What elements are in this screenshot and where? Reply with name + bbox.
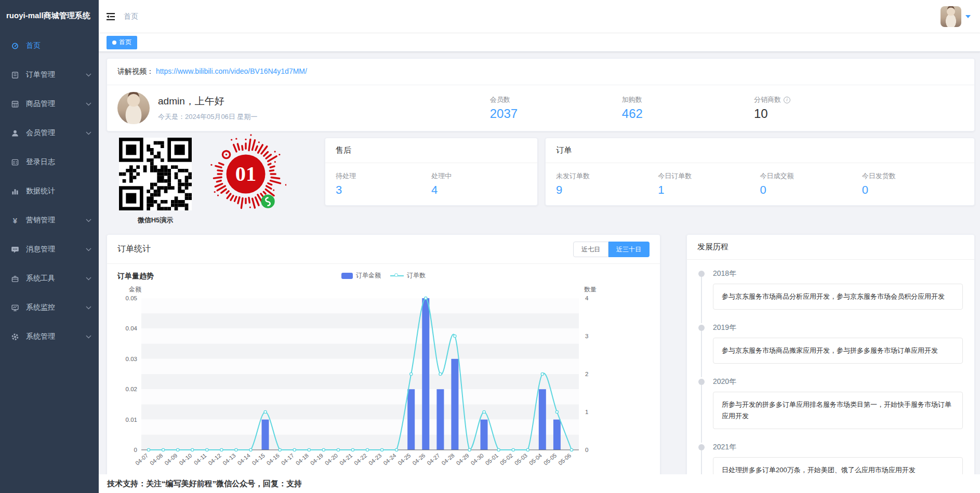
svg-text:01: 01 — [235, 162, 257, 185]
svg-text:05-02: 05-02 — [499, 452, 514, 466]
metric-value: 0 — [760, 183, 862, 197]
timeline-item-2018年: 2018年参与京东服务市场商品分析应用开发，参与京东服务市场会员积分应用开发 — [698, 269, 963, 310]
system-icon — [10, 332, 20, 341]
range-button-group: 近七日近三十日 — [573, 242, 650, 257]
metric-label: 今日成交额 — [760, 171, 862, 181]
sidebar-item-monitoring[interactable]: 系统监控 — [0, 293, 99, 322]
metric-label: 今日订单数 — [658, 171, 760, 181]
metric-今日发货数: 今日发货数0 — [862, 171, 964, 197]
stat-value: 10 — [754, 106, 886, 121]
greeting-text: admin，上午好 — [158, 95, 257, 108]
svg-text:04-09: 04-09 — [163, 452, 178, 466]
timeline-dot-icon — [698, 271, 705, 277]
legend-label: 订单金额 — [356, 271, 381, 280]
row-charts: 订单统计 近七日近三十日 订单量趋势 订单金额订单数 金额数量00.010.02… — [107, 234, 975, 474]
range-button-近七日[interactable]: 近七日 — [573, 242, 608, 257]
timeline-year: 2021年 — [713, 443, 963, 452]
info-icon[interactable]: i — [784, 97, 790, 103]
svg-text:04-24: 04-24 — [382, 452, 397, 466]
date-text: 今天是：2024年05月06日 星期一 — [158, 112, 257, 122]
sidebar-item-marketing[interactable]: ¥营销管理 — [0, 206, 99, 235]
orders-title: 订单 — [546, 138, 974, 163]
sidebar-item-statistics[interactable]: 数据统计 — [0, 177, 99, 206]
range-button-近三十日[interactable]: 近三十日 — [608, 242, 650, 257]
wechat-h5-qrcode — [119, 138, 192, 212]
bilibili-video-link[interactable]: https://www.bilibili.com/video/BV16N4y1d… — [156, 67, 307, 75]
stat-value: 462 — [622, 106, 754, 121]
svg-text:04-22: 04-22 — [353, 452, 368, 466]
sidebar-item-label: 首页 — [26, 41, 91, 50]
metric-未发订单数: 未发订单数9 — [556, 171, 658, 197]
timeline-text: 参与京东服务市场商品分析应用开发，参与京东服务市场会员积分应用开发 — [713, 284, 963, 310]
svg-text:3: 3 — [585, 333, 588, 339]
stat-label: 分销商数i — [754, 95, 886, 104]
marketing-icon: ¥ — [10, 216, 20, 224]
metric-label: 未发订单数 — [556, 171, 658, 181]
orders-body: 未发订单数9今日订单数1今日成交额0今日发货数0 — [546, 163, 974, 205]
legend-item-bar[interactable]: 订单金额 — [341, 271, 381, 280]
sidebar-item-label: 系统管理 — [26, 332, 86, 341]
sidebar-item-login-log[interactable]: 登录日志 — [0, 148, 99, 177]
order-stats-header: 订单统计 近七日近三十日 — [107, 235, 660, 264]
sidebar-item-system-tools[interactable]: 系统工具 — [0, 264, 99, 293]
svg-text:04-27: 04-27 — [426, 452, 441, 466]
order-trend-chart: 金额数量00.010.020.030.040.050123404-0704-08… — [117, 285, 650, 474]
metric-待处理: 待处理3 — [336, 171, 431, 197]
breadcrumb: 首页 — [124, 12, 138, 21]
welcome-card: 讲解视频： https://www.bilibili.com/video/BV1… — [107, 58, 975, 131]
svg-text:金额: 金额 — [128, 286, 141, 293]
timeline-item-2019年: 2019年参与京东服务市场商品搬家应用开发，参与拼多多服务市场订单应用开发 — [698, 323, 963, 364]
sidebar-item-home[interactable]: 首页 — [0, 31, 99, 60]
legend-item-line[interactable]: 订单数 — [390, 271, 426, 280]
sidebar-item-messages[interactable]: 消息管理 — [0, 235, 99, 264]
metric-label: 待处理 — [336, 171, 431, 181]
aftersale-body: 待处理3处理中4 — [325, 163, 537, 205]
tab-home[interactable]: 首页 — [107, 36, 137, 49]
app-logo: ruoyi-mall商城管理系统 — [0, 0, 99, 31]
user-row: admin，上午好 今天是：2024年05月06日 星期一 会员数2037加购数… — [107, 85, 974, 131]
sidebar-item-orders[interactable]: 订单管理 — [0, 60, 99, 89]
svg-text:2: 2 — [585, 371, 588, 377]
sidebar-menu: 首页订单管理商品管理会员管理登录日志数据统计¥营销管理消息管理系统工具系统监控系… — [0, 31, 99, 351]
history-title: 发展历程 — [687, 235, 974, 260]
svg-text:05-06: 05-06 — [557, 452, 572, 466]
order-stats-title: 订单统计 — [117, 244, 151, 255]
timeline-item-2021年: 2021年日处理拼多多订单200万条，开始美团、饿了么应用市场应用开发 — [698, 443, 963, 474]
sidebar-item-label: 商品管理 — [26, 99, 86, 109]
caret-down-icon[interactable] — [965, 15, 971, 18]
avatar[interactable] — [941, 6, 961, 27]
sidebar-item-label: 系统工具 — [26, 274, 86, 283]
aftersale-title: 售后 — [325, 138, 537, 163]
svg-text:05-01: 05-01 — [484, 452, 499, 466]
sidebar-item-label: 会员管理 — [26, 128, 86, 138]
sidebar-item-products[interactable]: 商品管理 — [0, 89, 99, 118]
sidebar-item-label: 登录日志 — [26, 157, 91, 167]
svg-text:04-28: 04-28 — [440, 452, 455, 466]
message-icon — [10, 245, 20, 254]
svg-text:04-12: 04-12 — [207, 452, 222, 466]
sidebar-item-system[interactable]: 系统管理 — [0, 322, 99, 351]
order-stats-card: 订单统计 近七日近三十日 订单量趋势 订单金额订单数 金额数量00.010.02… — [107, 234, 660, 474]
svg-text:1: 1 — [585, 409, 588, 415]
monitor-icon — [10, 303, 20, 312]
stats-row: 会员数2037加购数462分销商数i10 — [490, 95, 964, 121]
svg-text:4: 4 — [585, 295, 589, 301]
stat-label: 加购数 — [622, 95, 754, 104]
tab-active-dot-icon — [112, 41, 116, 45]
sidebar-item-members[interactable]: 会员管理 — [0, 118, 99, 148]
timeline-text: 参与京东服务市场商品搬家应用开发，参与拼多多服务市场订单应用开发 — [713, 338, 963, 364]
collapse-sidebar-icon[interactable] — [107, 12, 115, 21]
stat-label: 会员数 — [490, 95, 622, 104]
stat-会员数: 会员数2037 — [490, 95, 622, 121]
stat-加购数: 加购数462 — [622, 95, 754, 121]
main-content: 讲解视频： https://www.bilibili.com/video/BV1… — [99, 52, 980, 474]
svg-text:04-21: 04-21 — [338, 452, 353, 466]
member-icon — [10, 129, 20, 137]
history-timeline: 2018年参与京东服务市场商品分析应用开发，参与京东服务市场会员积分应用开发20… — [687, 260, 974, 474]
order-icon — [10, 71, 20, 79]
timeline-year: 2019年 — [713, 323, 963, 332]
product-icon — [10, 100, 20, 108]
history-card: 发展历程 2018年参与京东服务市场商品分析应用开发，参与京东服务市场会员积分应… — [686, 234, 975, 474]
footer-text: 技术支持：关注“编写美好前程”微信公众号，回复：支持 — [107, 479, 302, 489]
svg-text:05-04: 05-04 — [528, 452, 543, 466]
